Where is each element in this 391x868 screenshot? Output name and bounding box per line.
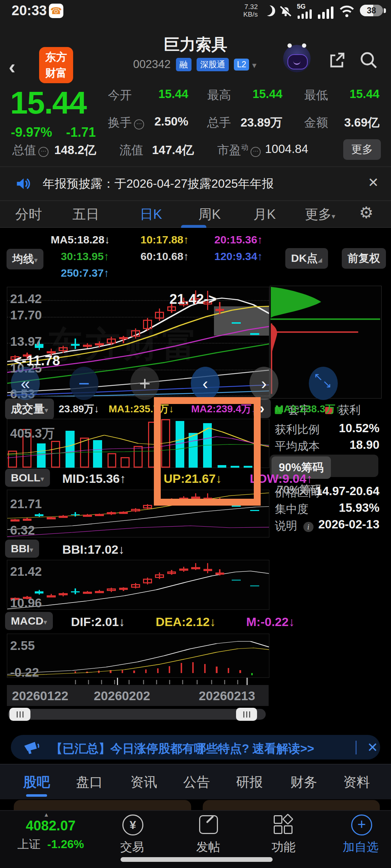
announcement-close-icon[interactable]: ✕	[368, 175, 379, 190]
change-value: -1.71	[66, 125, 96, 140]
floatcap-value: 147.4亿	[152, 142, 206, 158]
dk-point-button[interactable]: DK点◢	[285, 248, 328, 269]
stock-title: 巨力索具	[105, 34, 286, 55]
mktcap-info-icon[interactable]: ⋯	[38, 147, 49, 157]
macd-dea: DEA:2.12↓	[156, 615, 216, 629]
connect-badge[interactable]: 深股通	[197, 58, 229, 71]
bbi-indicator-button[interactable]: BBI▾	[5, 540, 39, 558]
share-icon[interactable]	[328, 51, 346, 69]
fast-backward-button[interactable]: «	[11, 367, 40, 400]
main-y-label-2: 17.70	[10, 308, 42, 322]
macd-chart[interactable]: 2.55 -0.22	[7, 634, 269, 678]
tab-5day[interactable]: 五日	[72, 205, 99, 224]
macd-m: M:-0.22↓	[246, 615, 295, 629]
index-quote-block[interactable]: 4082.07 上证 -1.26%	[14, 818, 87, 852]
volume-indicator-button[interactable]: 成交量▾	[5, 399, 54, 420]
fuquan-button[interactable]: 前复权	[342, 248, 386, 269]
last-price: 15.44	[10, 84, 86, 121]
amount-label: 金额	[304, 115, 328, 131]
battery-indicator: 38	[360, 5, 383, 16]
news-divider	[356, 741, 357, 754]
content-card-top	[203, 800, 380, 811]
open-label: 今开	[108, 87, 132, 103]
subtitle-dropdown-icon[interactable]: ▼	[251, 61, 258, 69]
announcement-bar[interactable]: 年报预披露：于2026-04-27披露2025年年报 ✕	[0, 166, 391, 201]
range-scrollbar-right-handle[interactable]	[236, 708, 257, 721]
open-value: 15.44	[140, 87, 188, 101]
profit-ratio-label: 获利比例	[275, 422, 320, 437]
nav-add-watchlist[interactable]: + 加自选	[339, 814, 382, 855]
expand-chart-button[interactable]: ↖ ↘	[309, 367, 338, 400]
range-scrollbar-left-handle[interactable]	[9, 708, 30, 721]
avg-cost-label: 平均成本	[275, 439, 320, 454]
turnover-label: 换手⋯	[108, 115, 144, 131]
pe-info-icon[interactable]: ⋯	[251, 147, 261, 157]
tab-yanbao[interactable]: 研报	[236, 773, 263, 791]
tab-minute[interactable]: 分时	[15, 205, 42, 224]
tab-guba[interactable]: 股吧	[23, 773, 50, 791]
tab-caiwu[interactable]: 财务	[290, 773, 317, 791]
range-scrollbar-track[interactable]	[8, 709, 266, 720]
l2-badge[interactable]: L2	[234, 59, 249, 71]
main-y-label-3: 13.97	[10, 334, 42, 349]
nav-trade-label: 交易	[112, 839, 152, 855]
turnover-value: 2.50%	[140, 115, 188, 128]
call-app-icon: ☎	[49, 4, 63, 18]
tab-pankou[interactable]: 盘口	[76, 773, 103, 791]
tab-daily-k[interactable]: 日K	[140, 205, 162, 224]
back-button[interactable]: ‹	[9, 55, 16, 78]
margin-badge[interactable]: 融	[176, 58, 192, 71]
news-ticker-bar[interactable]: 【已汇总】今日涨停股都有哪些特点? 速看解读>> ✕	[11, 735, 380, 760]
nav-trade[interactable]: ¥ 交易	[112, 814, 152, 855]
pan-left-button[interactable]: ‹	[191, 367, 220, 400]
nav-post[interactable]: 发帖	[188, 814, 228, 855]
announcement-text[interactable]: 年报预披露：于2026-04-27披露2025年年报	[43, 176, 274, 192]
date-axis-ticks	[7, 678, 269, 685]
ma120-value: 120:9.34↑	[214, 250, 262, 263]
zoom-out-button[interactable]: −	[70, 367, 98, 400]
search-icon[interactable]	[358, 50, 379, 70]
news-close-icon[interactable]: ✕	[367, 740, 378, 755]
index-value: 4082.07	[14, 818, 87, 834]
tab-zixun[interactable]: 资讯	[130, 773, 157, 791]
news-text[interactable]: 【已汇总】今日涨停股都有哪些特点? 速看解读>>	[51, 741, 314, 757]
index-expand-triangle[interactable]: ▲	[43, 812, 49, 818]
date-label-2: 20260202	[94, 689, 150, 703]
tab-gonggao[interactable]: 公告	[183, 773, 210, 791]
note-date-value: 2026-02-13	[300, 518, 379, 531]
network-speed: 7.32 KB/s	[228, 3, 258, 18]
mute-bell-icon	[279, 4, 293, 18]
tab-more[interactable]: 更多▾	[305, 205, 335, 224]
network-speed-unit: KB/s	[228, 10, 258, 18]
high-annotation: 21.42->	[169, 292, 216, 307]
tab-ziliao[interactable]: 资料	[343, 773, 370, 791]
chart-settings-gear-icon[interactable]: ⚙	[359, 203, 373, 222]
expand-arrow-icon: ↘	[323, 367, 332, 401]
ai-assistant-avatar[interactable]	[283, 45, 311, 72]
more-button[interactable]: 更多	[343, 139, 381, 160]
ma30-value: 30:13.95↑	[61, 250, 109, 263]
tab-monthly-k[interactable]: 月K	[253, 205, 276, 224]
home-indicator[interactable]	[121, 857, 273, 862]
volume-scale-label: 405.3万	[10, 425, 55, 442]
highlight-rectangle	[154, 397, 261, 506]
boll-mid: MID:15.36↑	[62, 472, 126, 486]
eastmoney-logo[interactable]: 东方财富	[39, 47, 73, 83]
functions-grid-icon	[274, 815, 292, 833]
volume-value: 23.89万	[227, 115, 282, 131]
bbi-chart[interactable]: 21.42 10.96	[7, 560, 269, 610]
nav-functions[interactable]: 功能	[264, 814, 303, 855]
mktcap-value: 148.2亿	[54, 142, 109, 158]
ma-selector-button[interactable]: 均线▾	[7, 249, 43, 269]
ma60-value: 60:10.68↑	[140, 250, 189, 263]
volume-ma3: MA3:238.3万↑	[275, 402, 369, 416]
stock-subtitle: 002342 融 深股通 L2 ▼	[87, 58, 304, 71]
pan-right-button[interactable]: ›	[249, 367, 278, 400]
macd-indicator-button[interactable]: MACD▾	[5, 612, 53, 630]
zoom-in-button[interactable]: +	[130, 367, 159, 400]
signal-bars-2	[318, 4, 336, 19]
tab-weekly-k[interactable]: 周K	[198, 205, 221, 224]
app-screen: 20:33 ☎ 7.32 KB/s 5G 38	[0, 0, 391, 868]
boll-indicator-button[interactable]: BOLL▾	[5, 469, 50, 487]
trade-yen-icon: ¥	[122, 814, 143, 835]
